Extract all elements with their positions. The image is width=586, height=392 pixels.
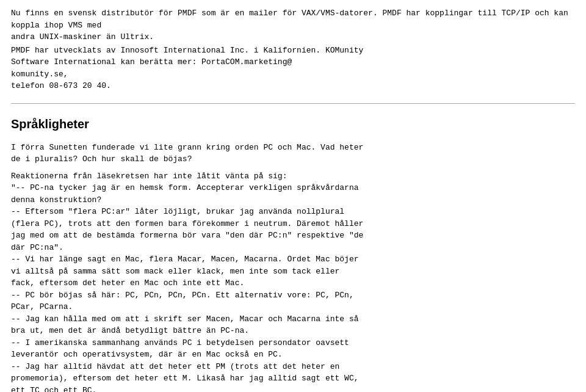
lang-para1-line2: de i pluralis? Och hur skall de böjas? — [11, 154, 192, 164]
lang-para6-line1: -- Jag kan hålla med om att i skrift ser… — [11, 314, 359, 324]
lang-para7-line2: leverantör och operativsystem, där är en… — [11, 350, 283, 359]
lang-para2-line2: "-- PC-na tycker jag är en hemsk form. A… — [11, 183, 359, 192]
intro-line-2: PMDF har utvecklats av Innosoft Internat… — [11, 46, 363, 55]
intro-paragraph-2: PMDF har utvecklats av Innosoft Internat… — [11, 45, 575, 92]
lang-para5-line2: PCar, PCarna. — [11, 302, 73, 311]
intro-section: Nu finns en svensk distributör för PMDF … — [11, 7, 575, 92]
lang-paragraph-6: -- Jag kan hålla med om att i skrift ser… — [11, 313, 575, 337]
lang-para8-line1: -- Jag har alltid hävdat att det heter e… — [11, 362, 339, 371]
intro-line-1: Nu finns en svensk distributör för PMDF … — [11, 9, 568, 30]
lang-para3-line1: -- Eftersom "flera PC:ar" låter löjligt,… — [11, 207, 344, 216]
lang-para4-line2: vi alltså på samma sätt som mack eller k… — [11, 267, 339, 276]
lang-paragraph-7: -- I amerikanska sammanhang används PC i… — [11, 337, 575, 361]
lang-para4-line1: -- Vi har länge sagt en Mac, flera Macar… — [11, 255, 359, 264]
lang-para2-line1: Reaktionerna från läsekretsen har inte l… — [11, 172, 287, 181]
section-divider-1 — [11, 103, 575, 104]
intro-line-1b: andra UNIX-maskiner än Ultrix. — [11, 32, 154, 42]
lang-para3-line4: där PC:na". — [11, 243, 63, 252]
spraakligheter-section: Språkligheter I förra Sunetten funderade… — [11, 115, 575, 393]
main-content: Nu finns en svensk distributör för PMDF … — [11, 7, 575, 392]
lang-para5-line1: -- PC bör böjas så här: PC, PCn, PCn, PC… — [11, 291, 354, 300]
section-title: Språkligheter — [11, 115, 575, 133]
intro-line-4: komunity.se, — [11, 70, 68, 79]
lang-paragraph-1: I förra Sunetten funderade vi lite grann… — [11, 142, 575, 165]
lang-para8-line3: ett TC och ett BC. — [11, 386, 96, 393]
lang-paragraph-3: -- Eftersom "flera PC:ar" låter löjligt,… — [11, 206, 575, 253]
lang-paragraph-4: -- Vi har länge sagt en Mac, flera Macar… — [11, 253, 575, 289]
lang-paragraph-5: -- PC bör böjas så här: PC, PCn, PCn, PC… — [11, 289, 575, 313]
intro-line-5: telefon 08-673 20 40. — [11, 81, 111, 90]
lang-para6-line2: bra ut, men det är ändå betydligt bättre… — [11, 326, 249, 335]
lang-paragraph-8: -- Jag har alltid hävdat att det heter e… — [11, 361, 575, 393]
lang-para1-line1: I förra Sunetten funderade vi lite grann… — [11, 143, 363, 152]
lang-para3-line2: (flera PC), trots att den formen bara fö… — [11, 219, 363, 228]
lang-para2-line3: denna konstruktion? — [11, 195, 101, 205]
intro-paragraph-1: Nu finns en svensk distributör för PMDF … — [11, 7, 575, 43]
lang-paragraph-2: Reaktionerna från läsekretsen har inte l… — [11, 170, 575, 206]
lang-para8-line2: promemoria), eftersom det heter ett M. L… — [11, 374, 359, 383]
intro-line-3: Software International kan berätta mer: … — [11, 57, 292, 67]
lang-para4-line3: fack, eftersom det heter en Mac och inte… — [11, 278, 244, 288]
lang-para7-line1: -- I amerikanska sammanhang används PC i… — [11, 338, 349, 347]
lang-para3-line3: jag med om att de bestämda formerna bör … — [11, 231, 363, 240]
